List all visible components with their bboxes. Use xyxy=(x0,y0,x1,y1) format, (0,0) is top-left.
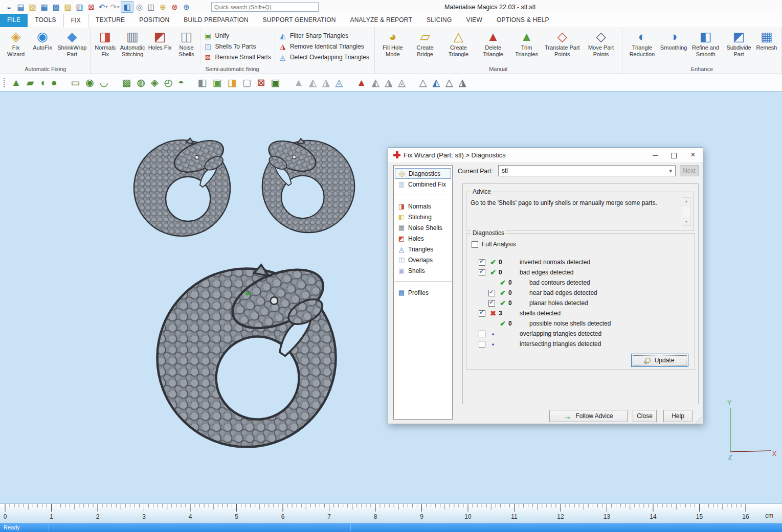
remove-small-parts-button[interactable]: ⊠Remove Small Parts xyxy=(204,53,271,61)
scroll-up-icon[interactable]: ▲ xyxy=(682,198,690,205)
translate-part-points-button[interactable]: ◇Translate Part Points xyxy=(543,28,582,65)
select-shell-cube-icon[interactable]: ▣ xyxy=(213,75,222,90)
pie-brush-selection-icon[interactable]: ◍ xyxy=(137,75,146,90)
sidebar-item-diagnostics[interactable]: ◎ Diagnostics xyxy=(395,168,451,179)
remesh-button[interactable]: ▦Remesh xyxy=(753,28,780,65)
panther-ring-top-left[interactable] xyxy=(134,134,230,236)
refine-and-smooth-button[interactable]: ◧Refine and Smooth xyxy=(687,28,724,65)
detect-overlapping-triangles-button[interactable]: ◬Detect Overlapping Triangles xyxy=(279,53,369,61)
tab-options-help[interactable]: OPTIONS & HELP xyxy=(489,14,556,27)
toolbar-grip[interactable] xyxy=(4,78,5,87)
noise-shells-button[interactable]: ◫Noise Shells xyxy=(173,28,200,65)
open-file-icon[interactable]: ▧ xyxy=(27,2,38,12)
outline-triangle-1-icon[interactable]: △ xyxy=(419,75,427,90)
shrink-marked-icon[interactable]: ◬ xyxy=(398,75,406,90)
unify-button[interactable]: ▣Unify xyxy=(204,32,271,40)
diagnostic-checkbox[interactable] xyxy=(479,341,485,348)
quick-search-input[interactable] xyxy=(211,2,319,12)
mark-shell-icon[interactable]: ● xyxy=(51,75,57,90)
shrinkwrap-part-button[interactable]: ◆ShrinkWrap Part xyxy=(56,28,88,65)
update-button[interactable]: Update xyxy=(631,354,688,367)
mark-surface-icon[interactable]: ◖ xyxy=(39,75,45,90)
open-project-icon[interactable]: ▨ xyxy=(62,2,74,12)
window-selection-icon[interactable]: ▩ xyxy=(122,75,131,90)
normals-fix-button[interactable]: ◨Normals Fix xyxy=(92,28,119,65)
help-button[interactable]: Help xyxy=(663,410,692,422)
zoom-part-icon[interactable]: ◎ xyxy=(133,2,145,12)
create-triangle-button[interactable]: △Create Triangle xyxy=(441,28,476,65)
scroll-down-icon[interactable]: ▼ xyxy=(682,218,690,225)
fix-wizard-button[interactable]: ◈Fix Wizard xyxy=(3,28,29,65)
delete-marked-triangles-icon[interactable]: ▲ xyxy=(356,75,366,90)
create-bridge-button[interactable]: ▱Create Bridge xyxy=(409,28,441,65)
minimize-button[interactable] xyxy=(646,148,664,162)
automatic-stitching-button[interactable]: ▥Automatic Stitching xyxy=(119,28,147,65)
save-project-icon[interactable]: ▥ xyxy=(74,2,85,12)
mark-plane-icon[interactable]: ▰ xyxy=(27,75,34,90)
full-analysis-checkbox[interactable] xyxy=(472,241,478,248)
wheel-selection-icon[interactable]: ◴ xyxy=(164,75,173,90)
outline-triangle-slash-icon[interactable]: ◮ xyxy=(459,75,466,90)
tab-texture[interactable]: TEXTURE xyxy=(88,14,132,27)
select-part-icon[interactable]: ◫ xyxy=(145,2,157,12)
remove-part-icon[interactable]: ⊠ xyxy=(85,2,97,12)
unselect-cube-icon[interactable]: ▢ xyxy=(242,75,252,90)
sidebar-item-holes[interactable]: ◩ Holes xyxy=(395,233,451,244)
delete-triangle-button[interactable]: ▲Delete Triangle xyxy=(476,28,510,65)
undo-icon[interactable]: ↶ xyxy=(97,2,109,12)
tab-tools[interactable]: TOOLS xyxy=(28,14,63,27)
sidebar-item-noise-shells[interactable]: ▦ Noise Shells xyxy=(395,222,451,233)
invert-marked-icon[interactable]: ◭ xyxy=(372,75,379,90)
shade-triangle-3-icon[interactable]: ◮ xyxy=(322,75,330,90)
sidebar-item-combined-fix[interactable]: ▥ Combined Fix xyxy=(395,179,451,190)
brush-selection-icon[interactable]: ◉ xyxy=(85,75,94,90)
sidebar-item-stitching[interactable]: ◧ Stitching xyxy=(395,212,451,222)
follow-advice-button[interactable]: → Follow Advice xyxy=(549,410,628,422)
fill-hole-mode-button[interactable]: ◕Fill Hole Mode xyxy=(376,28,409,65)
tab-fix[interactable]: FIX xyxy=(63,14,88,28)
zoom-out-icon[interactable]: ⊗ xyxy=(169,2,181,12)
shells-to-parts-button[interactable]: ◫Shells To Parts xyxy=(204,42,271,51)
shade-triangle-1-icon[interactable]: ▲ xyxy=(294,75,303,90)
outline-triangle-2-icon[interactable]: △ xyxy=(445,75,453,90)
fit-view-icon[interactable]: ◧ xyxy=(121,1,133,13)
tab-view[interactable]: VIEW xyxy=(459,14,489,27)
sidebar-item-normals[interactable]: ◨ Normals xyxy=(395,201,451,212)
diagnostic-checkbox[interactable] xyxy=(479,331,485,337)
sidebar-item-profiles[interactable]: ▤ Profiles xyxy=(395,287,451,298)
triangle-reduction-button[interactable]: ◐Triangle Reduction xyxy=(624,28,660,65)
save-as-icon[interactable]: ▩ xyxy=(50,2,62,12)
outline-triangle-blue-icon[interactable]: ◭ xyxy=(432,75,440,90)
trim-triangles-button[interactable]: ▲Trim Triangles xyxy=(510,28,543,65)
panther-ring-top-right[interactable] xyxy=(262,135,354,233)
tab-build-preparation[interactable]: BUILD PREPARATION xyxy=(176,14,255,27)
smoothing-button[interactable]: ◑Smoothing xyxy=(660,28,687,65)
diagnostic-checkbox[interactable] xyxy=(479,259,485,266)
diagnostic-checkbox[interactable] xyxy=(488,300,495,307)
subdivide-part-button[interactable]: ◩Subdivide Part xyxy=(724,28,753,65)
tab-analyze-report[interactable]: ANALYZE & REPORT xyxy=(343,14,419,27)
current-part-dropdown[interactable]: stl ▾ xyxy=(498,165,676,176)
panther-ring-large[interactable] xyxy=(157,258,336,447)
autofix-button[interactable]: ◉AutoFix xyxy=(29,28,56,65)
sidebar-item-overlaps[interactable]: ◫ Overlaps xyxy=(395,255,451,265)
star-selection-icon[interactable]: ◈ xyxy=(151,75,159,90)
diagnostic-checkbox[interactable] xyxy=(479,310,485,317)
sidebar-item-triangles[interactable]: ◬ Triangles xyxy=(395,244,451,255)
maximize-button[interactable] xyxy=(665,148,682,162)
diagnostic-checkbox[interactable] xyxy=(488,290,495,296)
polyline-selection-icon[interactable]: ◡ xyxy=(100,75,108,90)
marked-green-cube-icon[interactable]: ▣ xyxy=(271,75,280,90)
save-icon[interactable]: ▦ xyxy=(38,2,50,12)
expand-marked-icon[interactable]: ◮ xyxy=(385,75,393,90)
tab-support-generation[interactable]: SUPPORT GENERATION xyxy=(256,14,343,27)
tab-position[interactable]: POSITION xyxy=(132,14,176,27)
advice-scrollbar[interactable]: ▲ ▼ xyxy=(682,197,691,226)
slice-selection-icon[interactable]: ◓ xyxy=(178,75,184,90)
select-part-cube-icon[interactable]: ◧ xyxy=(198,75,207,90)
close-button[interactable]: Close xyxy=(633,410,657,422)
tab-slicing[interactable]: SLICING xyxy=(419,14,459,27)
move-part-points-button[interactable]: ◇Move Part Points xyxy=(582,28,620,65)
sidebar-item-shells[interactable]: ▣ Shells xyxy=(395,265,451,276)
filter-sharp-triangles-button[interactable]: ◭Filter Sharp Triangles xyxy=(279,32,369,40)
